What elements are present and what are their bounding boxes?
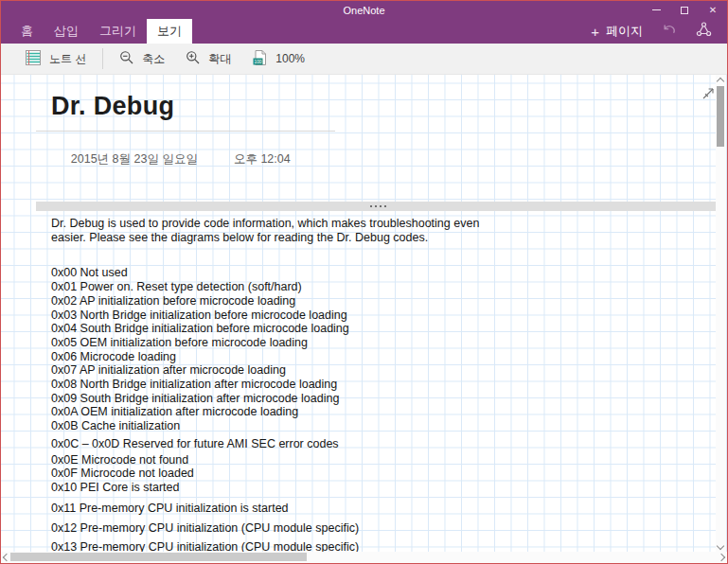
zoom-page-icon: 100 <box>252 49 268 69</box>
page-date-time: 2015년 8월 23일 일요일오후 12:04 <box>51 138 291 181</box>
undo-button[interactable] <box>662 23 677 41</box>
tab-draw[interactable]: 그리기 <box>89 19 147 44</box>
note-text-block[interactable]: Dr. Debug is used to provide code inform… <box>51 217 479 563</box>
svg-text:100: 100 <box>255 59 262 63</box>
app-title: OneNote <box>343 5 384 16</box>
chevron-down-icon <box>717 542 724 550</box>
page-title[interactable]: Dr. Debug <box>51 92 174 121</box>
debug-code-line: 0x0C – 0x0D Reserved for future AMI SEC … <box>51 437 479 451</box>
lined-page-icon <box>25 49 42 69</box>
ribbon-right-actions: + 페이지 <box>591 19 727 44</box>
close-icon: ✕ <box>709 5 717 15</box>
debug-code-line: 0x09 South Bridge initialization after m… <box>51 392 479 406</box>
vertical-scrollbar[interactable] <box>716 75 726 553</box>
diagonal-resize-icon <box>701 88 716 104</box>
title-bar: OneNote ✕ <box>1 1 727 19</box>
zoom-in-label: 확대 <box>208 51 231 67</box>
debug-code-line: 0x01 Power on. Reset type detection (sof… <box>51 280 479 294</box>
handle-dot <box>370 205 372 207</box>
note-lines-label: 노트 선 <box>49 51 86 67</box>
ribbon-tab-band: 홈 삽입 그리기 보기 + 페이지 <box>1 19 727 44</box>
magnifier-plus-icon <box>186 50 201 68</box>
debug-code-line: 0x11 Pre-memory CPU initialization is st… <box>51 502 479 516</box>
scroll-left-arrow[interactable] <box>3 555 10 560</box>
view-command-bar: 노트 선 축소 확대 <box>1 44 727 75</box>
zoom-level-button[interactable]: 100 100% <box>241 44 315 74</box>
debug-code-line: 0x04 South Bridge initialization before … <box>51 322 479 336</box>
toolbar-separator <box>102 48 103 69</box>
debug-code-line: 0x10 PEI Core is started <box>51 481 479 495</box>
handle-dot <box>375 205 377 207</box>
debug-code-line: 0x0A OEM initialization after microcode … <box>51 405 479 419</box>
chevron-right-icon <box>718 554 725 561</box>
maximize-icon <box>681 7 688 14</box>
chevron-up-icon <box>717 78 724 85</box>
maximize-button[interactable] <box>670 1 699 19</box>
magnifier-minus-icon <box>119 50 134 68</box>
undo-icon <box>662 23 677 41</box>
debug-code-line: 0x12 Pre-memory CPU initialization (CPU … <box>51 521 479 536</box>
debug-code-line: 0x0E Microcode not found <box>51 453 479 467</box>
zoom-out-button[interactable]: 축소 <box>109 44 175 74</box>
debug-code-line: 0x07 AP initialization after microcode l… <box>51 363 479 378</box>
zoom-level-label: 100% <box>275 52 305 65</box>
debug-code-line: 0x06 Microcode loading <box>51 350 479 364</box>
scroll-right-arrow[interactable] <box>718 555 725 560</box>
intro-line: Dr. Debug is used to provide code inform… <box>51 217 479 231</box>
window-controls: ✕ <box>642 1 727 19</box>
plus-icon: + <box>591 25 599 39</box>
note-lines-button[interactable]: 노트 선 <box>14 44 97 74</box>
horizontal-scrollbar-thumb[interactable] <box>10 553 307 561</box>
scroll-up-arrow[interactable] <box>718 77 727 86</box>
debug-code-line: 0x02 AP initialization before microcode … <box>51 294 479 308</box>
close-button[interactable]: ✕ <box>699 1 727 19</box>
note-container-handle[interactable] <box>36 202 719 211</box>
note-page-canvas[interactable]: Dr. Debug 2015년 8월 23일 일요일오후 12:04 Dr. D… <box>1 75 727 563</box>
minimize-icon <box>652 9 661 10</box>
tab-home[interactable]: 홈 <box>10 19 44 44</box>
collapse-page-button[interactable] <box>701 86 716 105</box>
zoom-out-label: 축소 <box>142 51 165 67</box>
debug-code-line: 0x0B Cache initialization <box>51 419 479 433</box>
page-time: 오후 12:04 <box>234 152 291 166</box>
handle-dot <box>380 205 382 207</box>
horizontal-scrollbar[interactable] <box>1 552 727 563</box>
ribbon-tabs: 홈 삽입 그리기 보기 <box>1 19 192 44</box>
debug-code-line: 0x08 North Bridge initialization after m… <box>51 378 479 392</box>
debug-code-line: 0x05 OEM initialization before microcode… <box>51 336 479 350</box>
tab-view[interactable]: 보기 <box>147 19 192 44</box>
share-icon <box>696 22 712 41</box>
add-page-button[interactable]: + 페이지 <box>591 23 643 40</box>
handle-dot <box>384 205 386 207</box>
debug-code-line: 0x0F Microcode not loaded <box>51 467 479 481</box>
intro-line: easier. Please see the diagrams below fo… <box>51 231 479 245</box>
add-page-label: 페이지 <box>606 23 643 40</box>
vertical-scrollbar-thumb[interactable] <box>717 86 724 147</box>
minimize-button[interactable] <box>642 1 670 19</box>
tab-insert[interactable]: 삽입 <box>44 19 89 44</box>
chevron-left-icon <box>3 554 10 561</box>
debug-code-line: 0x03 North Bridge initialization before … <box>51 308 479 323</box>
debug-code-line: 0x00 Not used <box>51 266 479 280</box>
zoom-in-button[interactable]: 확대 <box>175 44 241 74</box>
onenote-window: OneNote ✕ 홈 삽입 그리기 보기 + 페이지 <box>0 0 728 564</box>
page-date: 2015년 8월 23일 일요일 <box>71 152 198 166</box>
scroll-down-arrow[interactable] <box>718 541 727 551</box>
title-underline <box>36 131 335 132</box>
debug-code-list: 0x00 Not used0x01 Power on. Reset type d… <box>51 266 479 563</box>
share-button[interactable] <box>696 22 712 41</box>
